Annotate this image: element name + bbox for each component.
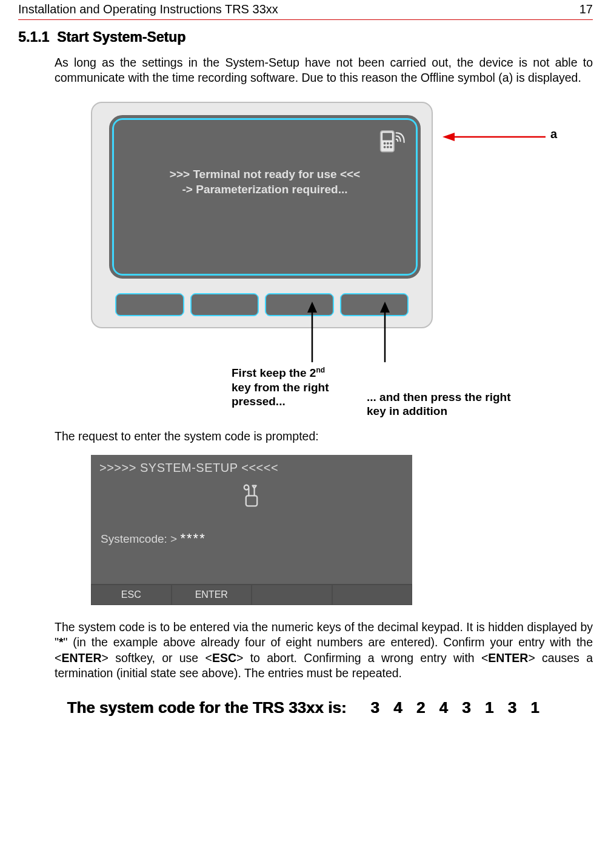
prompt-intro: The request to enter the system code is …: [55, 429, 593, 444]
systemcode-value[interactable]: ****: [180, 531, 205, 546]
setup-title: >>>>> SYSTEM-SETUP <<<<<: [91, 455, 412, 482]
kw-enter-2: ENTER: [488, 651, 528, 664]
final-code-label: The system code for the TRS 33xx is:: [67, 698, 346, 718]
t4: > to abort. Confirming a wrong entry wit…: [236, 651, 488, 664]
svg-rect-1: [382, 133, 392, 140]
svg-point-3: [387, 142, 389, 144]
setup-softkey-4[interactable]: [332, 585, 413, 605]
systemcode-row: Systemcode: > ****: [91, 525, 412, 584]
setup-softkey-3[interactable]: [252, 585, 332, 605]
setup-softkey-esc[interactable]: ESC: [91, 585, 172, 605]
system-setup-screenshot: >>>>> SYSTEM-SETUP <<<<< Systemcode: > *…: [91, 455, 412, 605]
page-header: Installation and Operating Instructions …: [18, 0, 593, 19]
softkey-row: [116, 294, 407, 315]
softkey-4[interactable]: [341, 294, 408, 315]
arrow-to-key-4: [376, 302, 394, 362]
instruction-right: ... and then press the right key in addi…: [367, 390, 512, 419]
instr-left-l2: key from the right pressed...: [232, 381, 329, 408]
section-heading: 5.1.1 Start System-Setup: [18, 28, 593, 47]
softkey-1[interactable]: [116, 294, 183, 315]
softkey-2[interactable]: [192, 294, 258, 315]
offline-icon: [375, 127, 407, 158]
page-number: 17: [579, 1, 593, 17]
kw-esc: ESC: [212, 651, 236, 664]
setup-softkey-enter[interactable]: ENTER: [172, 585, 252, 605]
instr-left-sup: nd: [316, 366, 325, 374]
screen-line2: -> Parameterization required...: [112, 182, 418, 197]
svg-point-2: [384, 142, 386, 144]
svg-point-4: [390, 142, 392, 144]
section-title: Start System-Setup: [57, 29, 185, 45]
intro-paragraph: As long as the settings in the System-Se…: [55, 55, 593, 86]
svg-marker-13: [380, 302, 390, 313]
callout-a: a: [550, 126, 557, 142]
arrow-to-key-3: [303, 302, 321, 362]
screen-line1: >>> Terminal not ready for use <<<: [112, 167, 418, 182]
systemcode-label: Systemcode: >: [101, 532, 177, 545]
star-char: *: [59, 635, 64, 649]
svg-marker-11: [307, 302, 317, 313]
final-code-line: The system code for the TRS 33xx is: 3 4…: [18, 698, 593, 718]
final-code-digits: 3 4 2 4 3 1 3 1: [370, 698, 544, 718]
instr-left-l1: First keep the 2: [232, 366, 316, 379]
softkey-3[interactable]: [266, 294, 333, 315]
screen-message: >>> Terminal not ready for use <<< -> Pa…: [112, 167, 418, 197]
svg-point-7: [390, 145, 392, 148]
wrench-screwdriver-icon: [91, 482, 412, 525]
entry-paragraph: The system code is to be entered via the…: [55, 620, 593, 681]
header-title: Installation and Operating Instructions …: [18, 1, 278, 17]
header-rule: [18, 19, 593, 20]
svg-rect-14: [246, 495, 257, 506]
setup-softkey-row: ESC ENTER: [91, 584, 412, 605]
svg-point-5: [384, 145, 386, 148]
t3: > softkey, or use <: [101, 651, 212, 664]
device-screen: >>> Terminal not ready for use <<< -> Pa…: [109, 115, 421, 279]
device-figure: >>> Terminal not ready for use <<< -> Pa…: [91, 102, 552, 423]
kw-enter-1: ENTER: [61, 651, 101, 664]
section-number: 5.1.1: [18, 29, 49, 45]
device-body: >>> Terminal not ready for use <<< -> Pa…: [91, 102, 433, 328]
svg-marker-9: [442, 133, 455, 141]
instruction-left: First keep the 2nd key from the right pr…: [232, 366, 359, 409]
svg-point-6: [387, 145, 389, 148]
red-arrow: [442, 131, 546, 143]
